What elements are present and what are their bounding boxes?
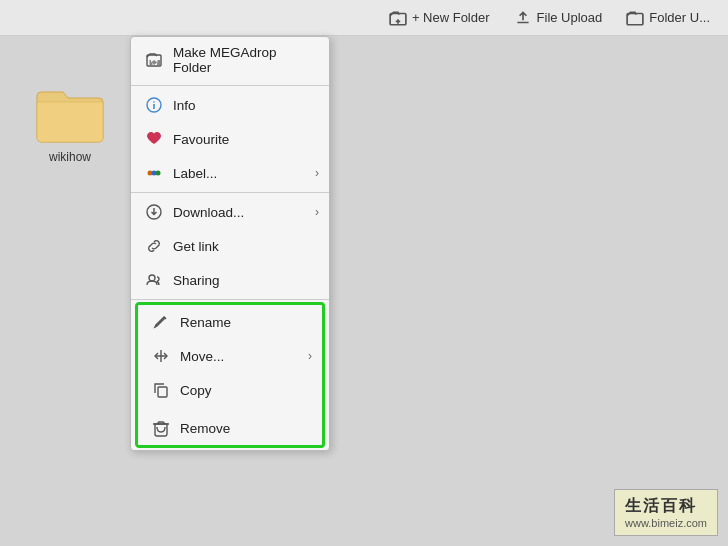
divider-2	[131, 192, 329, 193]
svg-rect-13	[158, 387, 167, 397]
folder-item[interactable]: wikihow	[30, 86, 110, 164]
info-label: Info	[173, 98, 196, 113]
megadrop-icon	[145, 51, 163, 69]
new-folder-button[interactable]: + New Folder	[379, 5, 500, 31]
get-link-item[interactable]: Get link	[131, 229, 329, 263]
info-icon	[145, 96, 163, 114]
sharing-label: Sharing	[173, 273, 220, 288]
label-label: Label...	[173, 166, 217, 181]
remove-icon	[152, 419, 170, 437]
svg-point-10	[156, 171, 161, 176]
rename-icon	[152, 313, 170, 331]
favourite-icon	[145, 130, 163, 148]
divider-3	[131, 299, 329, 300]
watermark-line2: www.bimeiz.com	[625, 517, 707, 529]
megadrop-item[interactable]: Make MEGAdrop Folder	[131, 37, 329, 83]
remove-item[interactable]: Remove	[138, 411, 322, 445]
remove-label: Remove	[180, 421, 230, 436]
move-arrow: ›	[308, 349, 312, 363]
copy-item[interactable]: Copy	[138, 373, 322, 407]
folder-icon	[35, 86, 105, 144]
download-arrow: ›	[315, 205, 319, 219]
new-folder-icon	[389, 9, 407, 27]
rename-label: Rename	[180, 315, 231, 330]
move-label: Move...	[180, 349, 224, 364]
get-link-label: Get link	[173, 239, 219, 254]
info-item[interactable]: Info	[131, 88, 329, 122]
copy-label: Copy	[180, 383, 212, 398]
main-area: wikihow Make MEGAdrop Folder	[0, 36, 728, 546]
label-icon	[145, 164, 163, 182]
sharing-item[interactable]: Sharing	[131, 263, 329, 297]
copy-icon	[152, 381, 170, 399]
svg-rect-3	[627, 13, 643, 24]
rename-item[interactable]: Rename	[138, 305, 322, 339]
favourite-item[interactable]: Favourite	[131, 122, 329, 156]
favourite-label: Favourite	[173, 132, 229, 147]
svg-point-7	[153, 101, 155, 103]
move-item[interactable]: Move... ›	[138, 339, 322, 373]
folder-upload-icon	[626, 9, 644, 27]
get-link-icon	[145, 237, 163, 255]
folder-upload-label: Folder U...	[649, 10, 710, 25]
svg-point-12	[149, 275, 155, 281]
toolbar: + New Folder File Upload Folder U...	[0, 0, 728, 36]
file-upload-label: File Upload	[537, 10, 603, 25]
watermark: 生活百科 www.bimeiz.com	[614, 489, 718, 536]
file-upload-button[interactable]: File Upload	[504, 5, 613, 31]
download-item[interactable]: Download... ›	[131, 195, 329, 229]
file-upload-icon	[514, 9, 532, 27]
megadrop-label: Make MEGAdrop Folder	[173, 45, 315, 75]
download-icon	[145, 203, 163, 221]
divider-1	[131, 85, 329, 86]
watermark-line1: 生活百科	[625, 496, 707, 517]
sharing-icon	[145, 271, 163, 289]
context-menu: Make MEGAdrop Folder Info Favourite	[130, 36, 330, 451]
label-arrow: ›	[315, 166, 319, 180]
folder-upload-button[interactable]: Folder U...	[616, 5, 720, 31]
new-folder-label: + New Folder	[412, 10, 490, 25]
folder-label: wikihow	[49, 150, 91, 164]
label-item[interactable]: Label... ›	[131, 156, 329, 190]
move-icon	[152, 347, 170, 365]
download-label: Download...	[173, 205, 244, 220]
highlighted-section: Rename Move... ›	[135, 302, 325, 448]
